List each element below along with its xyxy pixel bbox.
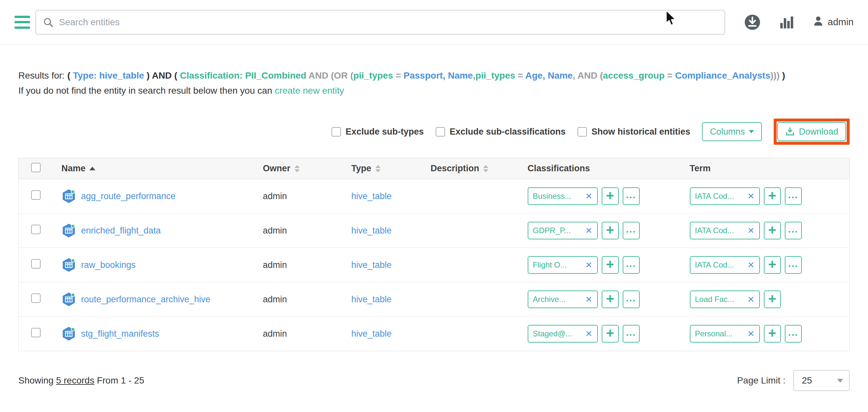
query-segment: access_group bbox=[603, 70, 664, 81]
query-segment: (OR ( bbox=[331, 70, 353, 81]
more-classifications-button[interactable]: ... bbox=[623, 256, 640, 274]
checkbox-icon[interactable] bbox=[332, 127, 341, 136]
download-circle-icon[interactable] bbox=[743, 13, 762, 31]
header-type[interactable]: Type bbox=[351, 158, 430, 179]
select-all-checkbox[interactable] bbox=[31, 163, 41, 172]
add-term-button[interactable]: + bbox=[764, 290, 781, 308]
more-classifications-button[interactable]: ... bbox=[623, 222, 640, 240]
classification-tag[interactable]: Archive... ✕ bbox=[528, 290, 598, 308]
row-checkbox[interactable] bbox=[31, 259, 41, 268]
term-tag[interactable]: Personal... ✕ bbox=[690, 325, 760, 343]
remove-term-icon[interactable]: ✕ bbox=[747, 191, 755, 201]
query-segment: AND bbox=[306, 70, 331, 81]
query-segment: = bbox=[515, 70, 525, 81]
showing-summary: Showing 5 records From 1 - 25 bbox=[18, 375, 144, 386]
entity-search-box bbox=[35, 10, 725, 35]
records-count-link[interactable]: 5 records bbox=[56, 375, 94, 385]
row-checkbox[interactable] bbox=[31, 328, 41, 337]
remove-classification-icon[interactable]: ✕ bbox=[585, 226, 592, 236]
query-segment: ( bbox=[597, 70, 603, 81]
term-tag[interactable]: IATA Cod... ✕ bbox=[690, 222, 760, 240]
entity-name-link[interactable]: enriched_flight_data bbox=[81, 226, 161, 236]
more-terms-button[interactable]: ... bbox=[785, 325, 802, 343]
more-classifications-button[interactable]: ... bbox=[623, 187, 640, 205]
add-term-button[interactable]: + bbox=[764, 325, 781, 343]
row-checkbox[interactable] bbox=[31, 225, 41, 234]
add-term-button[interactable]: + bbox=[764, 187, 781, 205]
header-classifications: Classifications bbox=[527, 158, 689, 179]
add-classification-button[interactable]: + bbox=[602, 256, 619, 274]
term-tag[interactable]: IATA Cod... ✕ bbox=[690, 187, 760, 205]
type-link[interactable]: hive_table bbox=[351, 294, 392, 304]
sort-asc-icon bbox=[89, 167, 95, 170]
remove-classification-icon[interactable]: ✕ bbox=[585, 260, 592, 270]
classification-tag[interactable]: Staged@... ✕ bbox=[528, 325, 598, 343]
query-segment: ( bbox=[67, 70, 73, 81]
entity-name-link[interactable]: route_performance_archive_hive bbox=[81, 294, 211, 305]
more-terms-button[interactable]: ... bbox=[785, 256, 802, 274]
add-term-button[interactable]: + bbox=[764, 256, 781, 274]
bar-chart-icon[interactable] bbox=[779, 14, 795, 30]
query-segment: AND bbox=[578, 70, 597, 81]
term-tag[interactable]: IATA Cod... ✕ bbox=[690, 256, 760, 274]
create-new-entity-link[interactable]: create new entity bbox=[275, 86, 344, 96]
row-checkbox[interactable] bbox=[31, 190, 41, 200]
remove-term-icon[interactable]: ✕ bbox=[747, 260, 755, 270]
search-input[interactable] bbox=[58, 17, 718, 28]
user-menu[interactable]: admin bbox=[812, 15, 854, 29]
filter-checkbox-show-historical-entities[interactable]: Show historical entities bbox=[578, 127, 690, 137]
search-icon bbox=[42, 17, 54, 28]
owner-cell: admin bbox=[263, 191, 287, 201]
header-owner[interactable]: Owner bbox=[263, 158, 351, 179]
header-name[interactable]: Name bbox=[61, 158, 263, 179]
more-terms-button[interactable]: ... bbox=[785, 187, 802, 205]
classification-tag[interactable]: Flight O... ✕ bbox=[528, 256, 598, 274]
add-classification-button[interactable]: + bbox=[602, 325, 619, 343]
remove-classification-icon[interactable]: ✕ bbox=[585, 294, 592, 305]
classification-tag[interactable]: Business... ✕ bbox=[528, 187, 598, 205]
remove-classification-icon[interactable]: ✕ bbox=[585, 191, 592, 201]
query-segment: ) bbox=[782, 70, 785, 81]
more-classifications-button[interactable]: ... bbox=[623, 325, 640, 343]
more-classifications-button[interactable]: ... bbox=[623, 290, 640, 308]
entity-name-link[interactable]: raw_bookings bbox=[81, 260, 136, 270]
type-link[interactable]: hive_table bbox=[351, 260, 392, 270]
download-button[interactable]: Download bbox=[777, 122, 846, 141]
query-segment: Passport, Name bbox=[404, 70, 473, 81]
term-tag[interactable]: Load Fac... ✕ bbox=[690, 290, 760, 308]
hamburger-menu-icon[interactable] bbox=[14, 16, 30, 29]
remove-term-icon[interactable]: ✕ bbox=[747, 329, 755, 339]
add-classification-button[interactable]: + bbox=[602, 290, 619, 308]
query-segment: = bbox=[393, 70, 404, 81]
type-link[interactable]: hive_table bbox=[351, 191, 392, 201]
search-results-table: Name Owner Type Description Classificati… bbox=[18, 158, 850, 351]
page-limit-select[interactable]: 25 bbox=[793, 370, 850, 391]
remove-classification-icon[interactable]: ✕ bbox=[585, 329, 592, 339]
columns-button[interactable]: Columns bbox=[702, 122, 762, 141]
entity-name-link[interactable]: agg_route_performance bbox=[81, 191, 176, 201]
remove-term-icon[interactable]: ✕ bbox=[747, 294, 755, 305]
checkbox-icon[interactable] bbox=[436, 127, 445, 136]
entity-name-link[interactable]: stg_flight_manifests bbox=[81, 329, 159, 339]
filter-checkbox-exclude-sub-classifications[interactable]: Exclude sub-classifications bbox=[436, 127, 566, 137]
person-icon bbox=[812, 15, 825, 29]
query-segment: Classification: PII_Combined bbox=[180, 70, 306, 81]
type-link[interactable]: hive_table bbox=[351, 226, 392, 235]
footer-row: Showing 5 records From 1 - 25 Page Limit… bbox=[18, 370, 850, 391]
query-segment: Compliance_Analysts bbox=[675, 70, 770, 81]
more-terms-button[interactable]: ... bbox=[785, 222, 802, 240]
query-segment: ))) bbox=[770, 70, 782, 81]
filter-checkbox-exclude-sub-types[interactable]: Exclude sub-types bbox=[332, 127, 424, 137]
filter-checkboxes: Exclude sub-typesExclude sub-classificat… bbox=[332, 127, 690, 137]
hive-table-icon bbox=[62, 258, 76, 272]
classification-tag[interactable]: GDPR_P... ✕ bbox=[528, 222, 598, 240]
row-checkbox[interactable] bbox=[31, 293, 41, 303]
type-link[interactable]: hive_table bbox=[351, 329, 392, 339]
owner-cell: admin bbox=[263, 226, 287, 235]
add-classification-button[interactable]: + bbox=[602, 222, 619, 240]
remove-term-icon[interactable]: ✕ bbox=[747, 226, 755, 236]
checkbox-icon[interactable] bbox=[578, 127, 587, 136]
add-term-button[interactable]: + bbox=[764, 222, 781, 240]
header-description[interactable]: Description bbox=[430, 158, 527, 179]
add-classification-button[interactable]: + bbox=[602, 187, 619, 205]
